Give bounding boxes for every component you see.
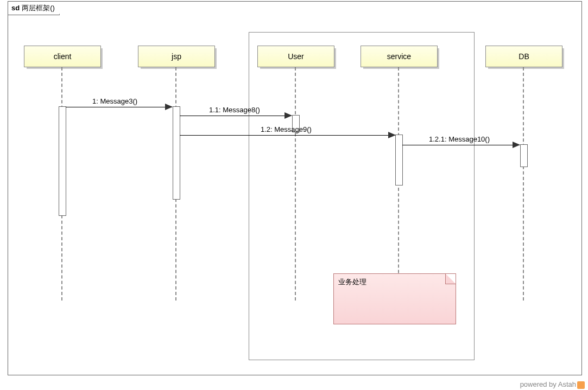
arrow-head-icon (513, 142, 520, 148)
lifeline-db: DB (485, 46, 562, 67)
sd-prefix: sd (11, 4, 20, 12)
activation-client (59, 106, 66, 216)
note: 业务处理 (333, 273, 456, 324)
lifeline-label: client (54, 52, 72, 61)
activation-jsp (173, 106, 180, 200)
lifeline-jsp: jsp (138, 46, 215, 67)
arrow-head-icon (165, 104, 173, 110)
note-fold-icon (445, 274, 456, 284)
activation-db (520, 144, 528, 167)
lifeline-label: jsp (172, 52, 181, 61)
arrow-head-icon (284, 112, 292, 119)
sd-frame-label: sd两层框架() (8, 2, 60, 15)
message-line (402, 145, 520, 145)
astah-logo-icon (577, 381, 585, 389)
footer: powered by Astah (520, 380, 585, 389)
message-line (180, 116, 292, 116)
message-line (180, 135, 395, 136)
message-label: 1.1: Message8() (209, 106, 260, 114)
activation-service (395, 135, 403, 186)
sequence-diagram: sd两层框架() client jsp User service DB 1: M… (0, 0, 588, 390)
note-text: 业务处理 (338, 277, 366, 287)
arrow-head-icon (388, 132, 396, 138)
message-label: 1.2.1: Message10() (429, 135, 490, 143)
sd-name: 两层框架() (22, 4, 55, 12)
message-label: 1.2: Message9() (261, 125, 312, 133)
lifeline-client: client (24, 46, 101, 67)
footer-text: powered by Astah (520, 380, 576, 388)
lifeline-line (523, 67, 524, 301)
message-line (66, 107, 172, 107)
lifeline-label: DB (519, 52, 529, 61)
message-label: 1: Message3() (92, 97, 137, 105)
